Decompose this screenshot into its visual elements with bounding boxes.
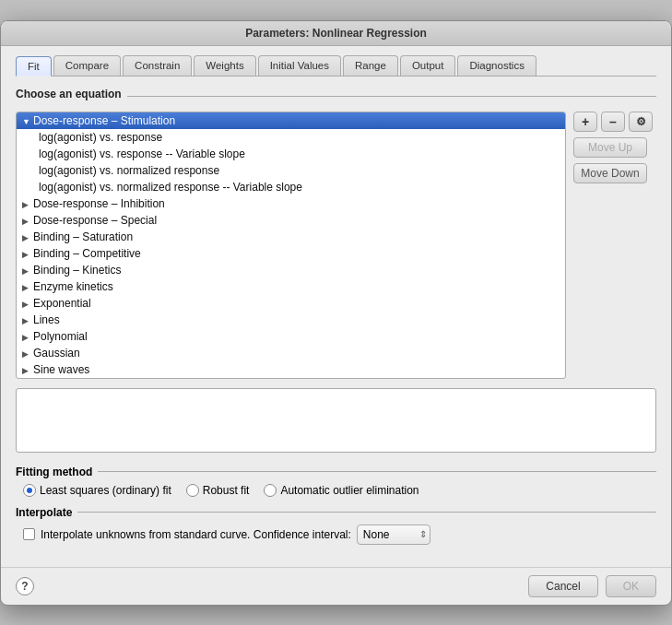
tabs-row: Fit Compare Constrain Weights Initial Va… (16, 55, 656, 77)
tab-initial-values[interactable]: Initial Values (258, 55, 341, 76)
list-item[interactable]: ▶Polynomial (17, 328, 565, 345)
radio-outlier[interactable]: Automatic outlier elimination (264, 484, 419, 497)
move-up-button[interactable]: Move Up (573, 137, 647, 158)
list-item[interactable]: log(agonist) vs. response -- Variable sl… (17, 146, 565, 162)
radio-outlier-label: Automatic outlier elimination (280, 484, 419, 497)
interpolate-checkbox[interactable] (23, 528, 35, 540)
list-item[interactable]: ▶Binding – Kinetics (17, 262, 565, 278)
radio-dot-robust (186, 484, 199, 497)
icon-buttons-row: + – ⚙ (573, 112, 656, 132)
move-down-button[interactable]: Move Down (573, 163, 647, 183)
cancel-button[interactable]: Cancel (528, 575, 597, 597)
equation-section-header: Choose an equation (16, 88, 656, 106)
equation-controls: + – ⚙ Move Up Move Down (573, 112, 656, 379)
footer: ? Cancel OK (1, 567, 671, 605)
fitting-section-header: Fitting method (16, 466, 656, 478)
tab-compare[interactable]: Compare (53, 55, 121, 76)
list-item[interactable]: ▶Binding – Competitive (17, 245, 565, 262)
remove-equation-button[interactable]: – (601, 112, 625, 132)
equation-list[interactable]: ▼Dose-response – Stimulation log(agonist… (17, 112, 565, 378)
ok-button[interactable]: OK (606, 575, 656, 597)
help-button[interactable]: ? (16, 577, 34, 596)
list-item[interactable]: log(agonist) vs. normalized response (17, 162, 565, 179)
radio-least-squares[interactable]: Least squares (ordinary) fit (23, 484, 171, 497)
gear-button[interactable]: ⚙ (629, 112, 653, 132)
tab-range[interactable]: Range (343, 55, 398, 76)
interpolate-section-header: Interpolate (16, 506, 656, 519)
list-item[interactable]: ▶Enzyme kinetics (17, 278, 565, 295)
fitting-section: Fitting method Least squares (ordinary) … (16, 466, 656, 497)
list-item[interactable]: ▼Dose-response – Stimulation (17, 112, 565, 129)
list-item[interactable]: log(agonist) vs. response (17, 129, 565, 146)
list-item[interactable]: ▶Sine waves (17, 361, 565, 378)
add-equation-button[interactable]: + (573, 112, 597, 132)
dialog-title: Parameters: Nonlinear Regression (245, 27, 427, 40)
fitting-radio-group: Least squares (ordinary) fit Robust fit … (16, 484, 656, 497)
radio-dot-outlier (264, 484, 277, 497)
footer-buttons: Cancel OK (528, 575, 656, 597)
fitting-section-label: Fitting method (16, 466, 92, 478)
interpolate-section-label: Interpolate (16, 506, 72, 519)
list-item[interactable]: log(agonist) vs. normalized response -- … (17, 179, 565, 195)
interpolate-section: Interpolate Interpolate unknowns from st… (16, 506, 656, 545)
radio-robust[interactable]: Robust fit (186, 484, 250, 497)
equation-list-container: ▼Dose-response – Stimulation log(agonist… (16, 112, 566, 379)
list-item[interactable]: ▶Dose-response – Inhibition (17, 195, 565, 212)
title-bar: Parameters: Nonlinear Regression (1, 21, 671, 46)
tab-diagnostics[interactable]: Diagnostics (457, 55, 536, 76)
tab-weights[interactable]: Weights (194, 55, 255, 76)
list-item[interactable]: ▶Gaussian (17, 345, 565, 361)
dialog: Parameters: Nonlinear Regression Fit Com… (0, 20, 672, 606)
list-item[interactable]: ▶Lines (17, 312, 565, 328)
list-item[interactable]: ▶Dose-response – Special (17, 212, 565, 229)
tab-fit[interactable]: Fit (16, 56, 52, 77)
tab-output[interactable]: Output (400, 55, 456, 76)
dropdown-value: None (363, 528, 390, 541)
equation-area: ▼Dose-response – Stimulation log(agonist… (16, 112, 656, 379)
radio-dot-least-squares (23, 484, 36, 497)
dialog-body: Fit Compare Constrain Weights Initial Va… (1, 46, 671, 567)
radio-least-squares-label: Least squares (ordinary) fit (40, 484, 171, 497)
interpolate-label: Interpolate unknowns from standard curve… (41, 528, 351, 541)
equation-description-area (16, 388, 656, 453)
confidence-interval-dropdown[interactable]: None (357, 525, 430, 545)
list-item[interactable]: ▶Binding – Saturation (17, 229, 565, 245)
interpolate-row: Interpolate unknowns from standard curve… (16, 525, 656, 545)
list-item[interactable]: ▶Exponential (17, 295, 565, 312)
tab-constrain[interactable]: Constrain (123, 55, 192, 76)
equation-section-label: Choose an equation (16, 88, 122, 100)
radio-robust-label: Robust fit (203, 484, 250, 497)
